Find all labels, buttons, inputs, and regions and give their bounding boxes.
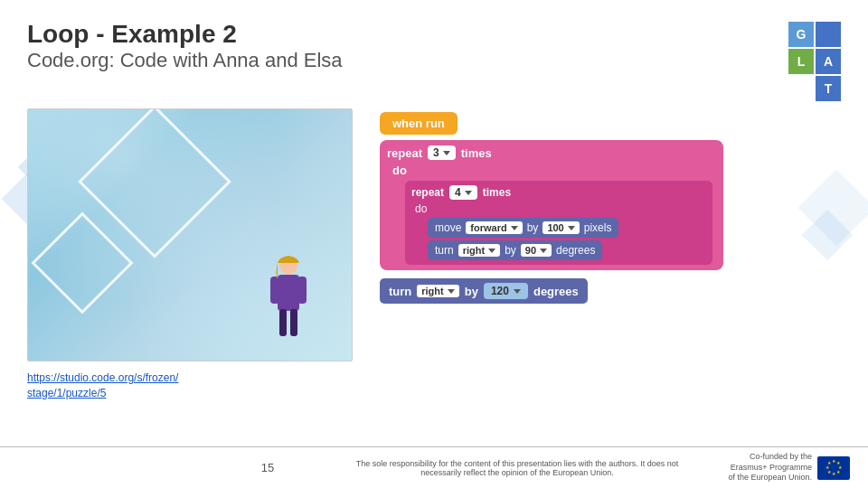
turn-val-dropdown-icon[interactable]	[540, 249, 547, 253]
image-area: https://studio.code.org/s/frozen/ stage/…	[27, 108, 362, 434]
inner-repeat-dropdown-icon[interactable]	[465, 191, 472, 195]
page-subtitle: Code.org: Code with Anna and Elsa	[27, 49, 343, 72]
inner-repeat-label: repeat	[411, 186, 444, 199]
by-label-2: by	[505, 244, 516, 257]
outer-right-badge: right	[417, 285, 458, 297]
right-badge: right	[458, 244, 500, 257]
logo-t: T	[816, 76, 841, 101]
logo-bottom-left	[788, 76, 814, 101]
svg-rect-4	[279, 309, 287, 336]
forward-badge: forward	[466, 221, 522, 234]
forward-dropdown-icon[interactable]	[511, 226, 518, 230]
svg-rect-1	[278, 275, 299, 311]
outer-degrees-label: degrees	[533, 285, 579, 298]
eu-flag: ★ ★ ★ ★ ★ ★ ★ ★	[817, 456, 850, 480]
inner-times-label: times	[483, 186, 511, 199]
move-val-badge: 100	[542, 221, 579, 234]
logo-top-right	[816, 22, 841, 47]
page-title: Loop - Example 2	[27, 20, 343, 49]
move-label: move	[435, 221, 461, 234]
outer-times-label: times	[461, 146, 492, 160]
inner-repeat-num-badge: 4	[449, 185, 477, 200]
outer-repeat-num-badge: 3	[428, 145, 456, 160]
page-number: 15	[184, 461, 351, 474]
move-forward-block: move forward by 100 pixels	[428, 218, 618, 238]
logo-g: G	[788, 22, 814, 47]
right-dropdown-icon[interactable]	[488, 249, 495, 253]
degrees-label: degrees	[556, 244, 595, 257]
outer-repeat-dropdown-icon[interactable]	[443, 151, 450, 155]
turn-label: turn	[435, 244, 454, 257]
outer-do-label: do	[387, 164, 716, 177]
outer-right-dropdown-icon[interactable]	[448, 289, 455, 294]
outer-repeat-label: repeat	[387, 146, 422, 160]
code-area: when run repeat 3 times do repeat	[380, 108, 841, 434]
anna-figure	[261, 252, 316, 343]
inner-repeat-header: repeat 4 times	[411, 185, 706, 200]
outer-repeat-header: repeat 3 times	[387, 145, 716, 160]
outer-turn-label: turn	[389, 285, 411, 298]
diamond-shape-2	[31, 211, 133, 314]
footer: 15 The sole responsibility for the conte…	[0, 446, 868, 488]
eu-logo-area: Co-funded by theErasmus+ Programmeof the…	[684, 452, 850, 483]
logo-grid: G L A T	[788, 22, 841, 101]
outer-turn-val-badge: 120	[484, 283, 528, 299]
svg-rect-3	[297, 277, 307, 304]
outer-by-label: by	[465, 285, 478, 298]
eu-text: Co-funded by theErasmus+ Programmeof the…	[728, 452, 812, 483]
by-label-1: by	[527, 221, 539, 234]
move-val-dropdown-icon[interactable]	[568, 226, 575, 230]
main-content: https://studio.code.org/s/frozen/ stage/…	[0, 108, 868, 434]
svg-rect-2	[270, 277, 279, 304]
outer-repeat-block: repeat 3 times do repeat 4	[380, 140, 723, 270]
outer-turn-block: turn right by 120 degrees	[380, 278, 588, 304]
outer-turn-val-dropdown-icon[interactable]	[514, 289, 521, 294]
header-titles: Loop - Example 2 Code.org: Code with Ann…	[27, 20, 343, 72]
frozen-screenshot	[27, 108, 353, 361]
turn-val-badge: 90	[521, 244, 552, 257]
turn-right-block: turn right by 90 degrees	[428, 240, 602, 260]
pixels-label: pixels	[584, 221, 612, 234]
inner-do-label: do	[411, 202, 706, 215]
code-link[interactable]: https://studio.code.org/s/frozen/ stage/…	[27, 371, 362, 401]
logo-l: L	[788, 49, 814, 74]
when-run-block: when run	[380, 112, 458, 135]
header: Loop - Example 2 Code.org: Code with Ann…	[0, 0, 868, 108]
svg-rect-5	[290, 309, 297, 336]
inner-repeat-block: repeat 4 times do move forward	[405, 181, 712, 265]
logo-a: A	[816, 49, 841, 74]
footer-disclaimer: The sole responsibility for the content …	[351, 459, 684, 477]
